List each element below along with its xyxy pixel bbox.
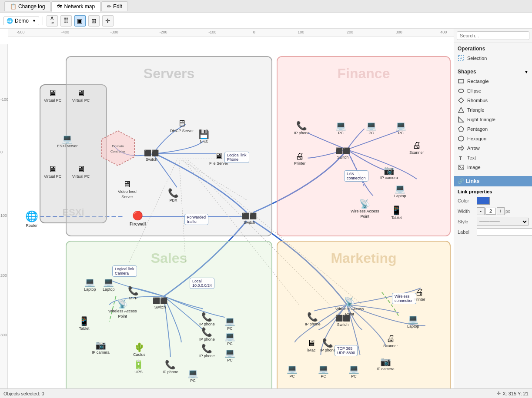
shape-hexagon[interactable]: Hexagon — [454, 134, 532, 143]
demo-selector[interactable]: 🌐 Demo ▼ — [3, 17, 39, 25]
laptop-marketing[interactable]: 💻 Laptop — [407, 315, 419, 328]
ruler-mark-v: 100 — [0, 213, 7, 218]
shape-triangle[interactable]: Triangle — [454, 105, 532, 115]
selection-item[interactable]: Selection — [454, 53, 532, 63]
pc-sales-4[interactable]: 💻 PC — [187, 369, 198, 383]
tab-edit-label: Edit — [113, 3, 122, 10]
ip-phone-marketing-2[interactable]: 📞 IP phone — [320, 338, 336, 352]
wireless-ap-sales[interactable]: 📡 Wireless Access Point — [108, 299, 137, 318]
router[interactable]: 🌐 Router — [25, 210, 38, 228]
width-value-input[interactable] — [485, 208, 496, 215]
cactus-sales[interactable]: 🌵 Cactus — [133, 343, 145, 357]
video-feed-server[interactable]: 🖥 Video feed Server — [118, 180, 137, 199]
ip-phone-finance-1[interactable]: 📞 IP phone — [294, 121, 310, 135]
switch-marketing[interactable]: ⬛⬛ Switch — [335, 315, 350, 327]
network-canvas[interactable]: ESXi Servers Finance Sales Marketing — [16, 36, 454, 388]
ip-camera-sales[interactable]: 📷 IP camera — [92, 341, 110, 355]
pc-finance-3[interactable]: 💻 PC — [395, 121, 406, 135]
ip-phone-marketing-1[interactable]: 📞 IP phone — [305, 312, 321, 326]
shape-ellipse[interactable]: Ellipse — [454, 86, 532, 96]
width-plus-btn[interactable]: + — [497, 207, 505, 215]
pc-marketing-1[interactable]: 💻 PC — [287, 365, 298, 378]
dhcp-server[interactable]: 🖥 DHCP Server — [170, 119, 194, 133]
tab-edit[interactable]: ✏ Edit — [101, 1, 128, 11]
laptop-sales-2[interactable]: 💻 Laptop — [103, 278, 115, 292]
switch-servers[interactable]: ⬛⬛ Switch — [144, 149, 159, 162]
label-input[interactable] — [477, 228, 532, 236]
zone-finance-label: Finance — [338, 66, 390, 82]
shape-rhombus-label: Rhombus — [467, 98, 488, 103]
firewall[interactable]: 🔴 Firewall — [130, 210, 146, 226]
svg-marker-19 — [458, 117, 464, 122]
font-btn[interactable]: AIP — [47, 15, 58, 27]
pc-marketing-3[interactable]: 💻 PC — [348, 365, 359, 378]
virtual-pc-1[interactable]: 🖥 Virtual PC — [44, 89, 61, 103]
networkmap-icon: 🗺 — [57, 3, 62, 10]
coordinates-area: ✛ X: 315 Y: 21 — [497, 391, 529, 396]
tab-changelog[interactable]: 📋 Change log — [4, 1, 50, 11]
shape-rhombus[interactable]: Rhombus — [454, 96, 532, 105]
selection-icon — [458, 55, 465, 62]
link-props-title: Link properties — [458, 189, 529, 194]
ruler-horizontal: -500 -400 -300 -200 -100 0 100 200 300 4… — [8, 29, 454, 36]
pc-sales-3[interactable]: 💻 PC — [224, 348, 235, 362]
virtual-pc-3[interactable]: 🖥 Virtual PC — [44, 165, 61, 179]
zone-servers-label: Servers — [144, 66, 194, 82]
grid-btn[interactable]: ⠿ — [60, 15, 72, 27]
width-minus-btn[interactable]: - — [477, 207, 485, 215]
ip-phone-sales-3[interactable]: 📞 IP phone — [199, 344, 215, 358]
scanner-finance[interactable]: 🖨 Scanner — [409, 141, 424, 155]
pc-finance-1[interactable]: 💻 PC — [335, 121, 346, 135]
mpp-sales[interactable]: 📞 MPP — [128, 286, 139, 300]
pc-sales-1[interactable]: 💻 PC — [224, 317, 235, 331]
laptop-finance[interactable]: 💻 Laptop — [394, 184, 406, 198]
shapes-dropdown-icon[interactable]: ▼ — [524, 70, 529, 74]
pbx[interactable]: 📞 PBX — [168, 189, 179, 202]
pc-sales-2[interactable]: 💻 PC — [224, 332, 235, 346]
shape-text[interactable]: T Text — [454, 153, 532, 163]
shape-pentagon[interactable]: Pentagon — [454, 124, 532, 134]
links-section-header: 🔗 Links — [454, 176, 532, 186]
switch-sales[interactable]: ⬛⬛ Switch — [153, 297, 167, 309]
scanner-marketing[interactable]: 🖨 Scanner — [383, 334, 398, 348]
ip-phone-sales-1[interactable]: 📞 IP phone — [199, 312, 215, 326]
domain-controller[interactable]: Domain Controller — [100, 130, 135, 169]
demo-dropdown-icon: ▼ — [32, 19, 36, 23]
tablet-sales[interactable]: 📱 Tablet — [79, 317, 90, 331]
multiselect-btn[interactable]: ⊞ — [88, 15, 100, 27]
ups-sales[interactable]: 🔋 UPS — [133, 360, 144, 374]
nas[interactable]: 💾 NAS — [198, 130, 209, 144]
shape-rectangle[interactable]: Rectangle — [454, 76, 532, 86]
switch-center[interactable]: ⬛⬛ Switch — [242, 212, 257, 225]
shape-arrow[interactable]: Arrow — [454, 143, 532, 153]
pc-finance-2[interactable]: 💻 PC — [366, 121, 377, 135]
ip-camera-finance[interactable]: 📷 IP camera — [380, 166, 398, 180]
virtual-pc-2[interactable]: 🖥 Virtual PC — [72, 89, 90, 103]
search-input[interactable] — [457, 31, 529, 40]
ip-camera-marketing[interactable]: 📷 IP camera — [377, 357, 395, 371]
shape-hexagon-label: Hexagon — [467, 136, 486, 141]
color-swatch[interactable] — [477, 197, 490, 205]
pc-marketing-2[interactable]: 💻 PC — [318, 365, 329, 378]
esxi-server[interactable]: 💻 ESXi server — [57, 134, 78, 148]
objects-selected: Objects selected: 0 — [3, 391, 44, 396]
style-select[interactable]: ────── - - - - · · · · — [477, 218, 529, 226]
move-btn[interactable]: ✛ — [102, 15, 114, 27]
ruler-mark: 0 — [253, 30, 255, 34]
printer-finance[interactable]: 🖨 Printer — [294, 152, 306, 166]
wireless-ap-finance[interactable]: 📡 Wireless Access Point — [351, 199, 379, 219]
ip-phone-sales-4[interactable]: 📞 IP phone — [163, 360, 178, 374]
wireless-ap-marketing[interactable]: 📡 Wireless Access Point — [335, 297, 364, 316]
select-btn[interactable]: ▣ — [74, 15, 86, 27]
laptop-sales-1[interactable]: 💻 Laptop — [84, 278, 96, 292]
main-area: -500 -400 -300 -200 -100 0 100 200 300 4… — [0, 29, 532, 388]
shape-right-triangle[interactable]: Right triangle — [454, 115, 532, 124]
canvas-wrapper: -500 -400 -300 -200 -100 0 100 200 300 4… — [0, 29, 454, 388]
shape-image[interactable]: Image — [454, 163, 532, 172]
tab-networkmap[interactable]: 🗺 Network map — [51, 1, 100, 12]
virtual-pc-4[interactable]: 🖥 Virtual PC — [72, 165, 90, 179]
imac-marketing[interactable]: 🖥 iMac — [307, 338, 316, 352]
tablet-finance[interactable]: 📱 Tablet — [391, 206, 402, 220]
switch-finance[interactable]: ⬛⬛ Switch — [335, 147, 350, 159]
ip-phone-sales-2[interactable]: 📞 IP phone — [199, 328, 215, 342]
